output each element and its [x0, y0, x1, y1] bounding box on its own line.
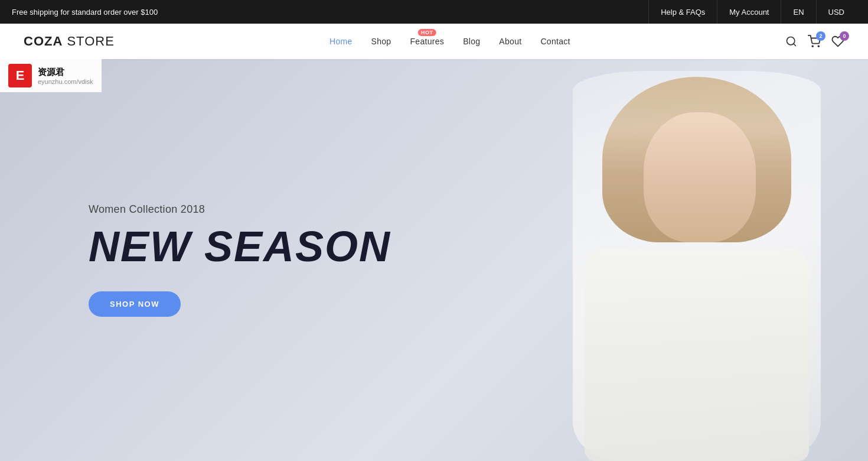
model-face	[644, 112, 756, 242]
nav-item-features[interactable]: HOT Features	[410, 36, 444, 47]
help-link[interactable]: Help & FAQs	[648, 0, 717, 24]
cart-button[interactable]: 2	[808, 35, 821, 48]
language-selector[interactable]: EN	[781, 0, 815, 24]
logo-light: STORE	[63, 34, 115, 48]
hero-section: Women Collection 2018 NEW SEASON SHOP NO…	[0, 59, 868, 461]
watermark-icon: E	[8, 64, 32, 87]
nav-actions: 2 0	[785, 35, 844, 48]
nav-link-shop[interactable]: Shop	[371, 37, 391, 46]
shipping-notice: Free shipping for standard order over $1…	[12, 8, 648, 17]
nav-link-home[interactable]: Home	[329, 37, 353, 46]
logo[interactable]: COZA STORE	[24, 34, 115, 49]
model-body	[585, 248, 809, 461]
svg-line-1	[794, 44, 796, 46]
account-link[interactable]: My Account	[717, 0, 781, 24]
top-bar: Free shipping for standard order over $1…	[0, 0, 868, 24]
nav-item-contact[interactable]: Contact	[540, 36, 570, 47]
nav-link-about[interactable]: About	[499, 37, 521, 46]
top-bar-actions: Help & FAQs My Account EN USD	[648, 0, 856, 24]
search-icon	[785, 35, 797, 47]
currency-selector[interactable]: USD	[816, 0, 856, 24]
search-button[interactable]	[785, 35, 797, 47]
shop-now-button[interactable]: SHOP NOW	[89, 291, 181, 317]
hero-content: Women Collection 2018 NEW SEASON SHOP NO…	[89, 203, 391, 317]
navbar: COZA STORE Home Shop HOT Features Blog A…	[0, 24, 868, 59]
watermark-name: 资源君	[38, 67, 93, 78]
nav-item-about[interactable]: About	[499, 36, 521, 47]
nav-item-shop[interactable]: Shop	[371, 36, 391, 47]
hero-subtitle: Women Collection 2018	[89, 203, 391, 216]
svg-point-2	[812, 46, 813, 47]
hero-title: NEW SEASON	[89, 225, 391, 268]
nav-link-contact[interactable]: Contact	[540, 37, 570, 46]
nav-link-features[interactable]: Features	[410, 37, 444, 46]
svg-point-3	[818, 46, 819, 47]
nav-link-blog[interactable]: Blog	[463, 37, 480, 46]
logo-bold: COZA	[24, 34, 63, 48]
watermark-text: 资源君 eyunzhu.com/vdisk	[38, 67, 93, 85]
nav-item-home[interactable]: Home	[329, 36, 353, 47]
hero-model-image	[337, 59, 868, 461]
watermark-overlay: E 资源君 eyunzhu.com/vdisk	[0, 59, 102, 92]
wishlist-badge: 0	[840, 31, 849, 41]
nav-item-blog[interactable]: Blog	[463, 36, 480, 47]
cart-badge: 2	[816, 31, 825, 41]
watermark-url: eyunzhu.com/vdisk	[38, 78, 93, 85]
hot-badge: HOT	[418, 29, 436, 36]
nav-menu: Home Shop HOT Features Blog About Contac…	[329, 36, 570, 47]
wishlist-button[interactable]: 0	[831, 35, 844, 48]
